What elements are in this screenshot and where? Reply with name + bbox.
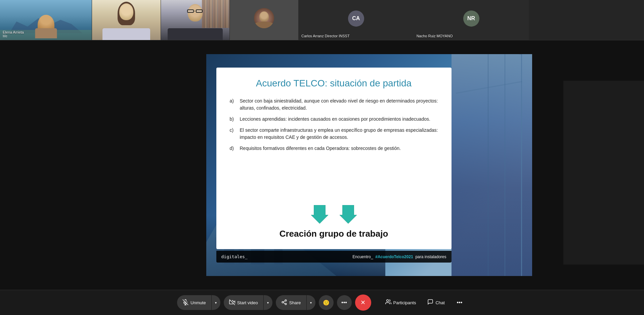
leave-icon: ✕ xyxy=(360,299,366,306)
point-text-d: Requisitos formativos diferentes en cada… xyxy=(240,145,401,152)
participant-tile-elena[interactable]: Elena Arrieta Me xyxy=(0,0,92,40)
svg-point-6 xyxy=(285,300,287,301)
participant-tile-carlos[interactable]: CA Carlos Arranz Director INSST xyxy=(299,0,414,40)
participant-tile-2[interactable] xyxy=(92,0,161,40)
leave-call-button[interactable]: ✕ xyxy=(355,294,371,311)
unmute-label: Unmute xyxy=(190,300,206,305)
footer-hashtag: Encuentro_ #AcuerdoTelco2021 para instal… xyxy=(352,254,446,259)
sidebar-right xyxy=(563,81,644,265)
participant-tile-empty xyxy=(529,0,644,40)
react-button[interactable]: 🙂 xyxy=(319,295,334,310)
point-letter-a: a) xyxy=(230,97,240,112)
slide-point-d: d) Requisitos formativos diferentes en c… xyxy=(230,145,438,152)
chevron-down-icon-3: ▾ xyxy=(310,301,312,305)
control-bar: Unmute ▾ Start video ▾ xyxy=(0,290,644,315)
arrows-container xyxy=(230,205,438,224)
point-text-b: Lecciones aprendidas: incidentes causado… xyxy=(240,116,430,123)
participant-sub-elena: Me xyxy=(3,34,24,38)
presentation-footer: digitales_ Encuentro_ #AcuerdoTelco2021 … xyxy=(216,251,452,263)
footer-end: para instaladores xyxy=(415,254,446,259)
chat-icon xyxy=(427,299,433,306)
svg-line-10 xyxy=(283,301,285,302)
more-icon: ••• xyxy=(341,300,347,306)
unmute-chevron[interactable]: ▾ xyxy=(212,295,220,310)
svg-line-9 xyxy=(283,303,285,304)
share-chevron[interactable]: ▾ xyxy=(307,295,315,310)
participant-tile-3[interactable] xyxy=(161,0,230,40)
slide-points-list: a) Sector con baja siniestralidad, aunqu… xyxy=(230,97,438,195)
chat-button[interactable]: Chat xyxy=(423,296,448,309)
share-button-group: Share ▾ xyxy=(276,295,315,310)
svg-point-7 xyxy=(282,301,284,303)
end-more-button[interactable]: ••• xyxy=(452,295,467,310)
avatar-nacho: NR xyxy=(463,10,479,27)
slide-point-a: a) Sector con baja siniestralidad, aunqu… xyxy=(230,97,438,112)
slide-bottom-text: Creación grupo de trabajo xyxy=(230,229,438,239)
chevron-down-icon: ▾ xyxy=(215,301,217,305)
point-text-c: El sector comparte infraestructuras y em… xyxy=(240,127,438,141)
slide-white-content: Acuerdo TELCO: situación de partida a) S… xyxy=(216,68,452,249)
end-more-icon: ••• xyxy=(457,300,462,306)
point-letter-b: b) xyxy=(230,116,240,123)
presentation-area: Acuerdo TELCO: situación de partida a) S… xyxy=(206,54,532,276)
participants-button[interactable]: Participants xyxy=(381,296,420,309)
participant-name-carlos: Carlos Arranz Director INSST xyxy=(301,34,350,38)
share-button[interactable]: Share xyxy=(276,295,306,310)
video-chevron[interactable]: ▾ xyxy=(264,295,272,310)
participant-name-nacho: Nacho Ruiz MOYANO xyxy=(417,34,453,38)
main-content: Acuerdo TELCO: situación de partida a) S… xyxy=(0,40,644,290)
video-off-icon xyxy=(229,299,235,306)
participants-label: Participants xyxy=(393,300,416,305)
participant-label-nacho: Nacho Ruiz MOYANO xyxy=(417,34,453,38)
point-text-a: Sector con baja siniestralidad, aunque c… xyxy=(240,97,438,112)
svg-marker-1 xyxy=(340,205,357,224)
chat-label: Chat xyxy=(435,300,444,305)
avatar-carlos: CA xyxy=(348,10,364,27)
video-feed-2 xyxy=(92,0,161,40)
arrow-down-2 xyxy=(339,205,357,224)
slide-title: Acuerdo TELCO: situación de partida xyxy=(230,78,438,89)
start-video-button[interactable]: Start video xyxy=(224,295,263,310)
slide-point-b: b) Lecciones aprendidas: incidentes caus… xyxy=(230,116,438,123)
footer-hashtag-bold: #AcuerdoTelco2021 xyxy=(375,254,413,259)
participants-icon xyxy=(385,299,391,306)
share-label: Share xyxy=(289,300,301,305)
point-letter-c: c) xyxy=(230,127,240,141)
svg-marker-0 xyxy=(311,205,328,224)
video-feed-3 xyxy=(161,0,229,40)
start-video-button-group: Start video ▾ xyxy=(224,295,272,310)
share-icon xyxy=(281,299,287,306)
unmute-button-group: Unmute ▾ xyxy=(177,295,220,310)
react-icon: 🙂 xyxy=(323,300,330,306)
point-letter-d: d) xyxy=(230,145,240,152)
participant-label-elena: Elena Arrieta Me xyxy=(3,30,24,38)
participant-label-carlos: Carlos Arranz Director INSST xyxy=(301,34,350,38)
avatar-tile4 xyxy=(254,8,274,28)
more-options-button[interactable]: ••• xyxy=(337,295,352,310)
participant-tile-nacho[interactable]: NR Nacho Ruiz MOYANO xyxy=(414,0,529,40)
svg-point-11 xyxy=(386,300,388,302)
svg-point-8 xyxy=(285,303,287,305)
participant-bar: Elena Arrieta Me xyxy=(0,0,644,40)
unmute-button[interactable]: Unmute xyxy=(177,295,211,310)
microphone-muted-icon xyxy=(182,299,188,306)
participant-name-elena: Elena Arrieta xyxy=(3,30,24,34)
participant-tile-4[interactable] xyxy=(230,0,299,40)
slide-point-c: c) El sector comparte infraestructuras y… xyxy=(230,127,438,141)
footer-logo: digitales_ xyxy=(221,254,248,259)
chevron-down-icon-2: ▾ xyxy=(267,301,269,305)
start-video-label: Start video xyxy=(237,300,258,305)
arrow-down-1 xyxy=(310,205,329,224)
footer-encuentro: Encuentro_ xyxy=(352,254,373,259)
